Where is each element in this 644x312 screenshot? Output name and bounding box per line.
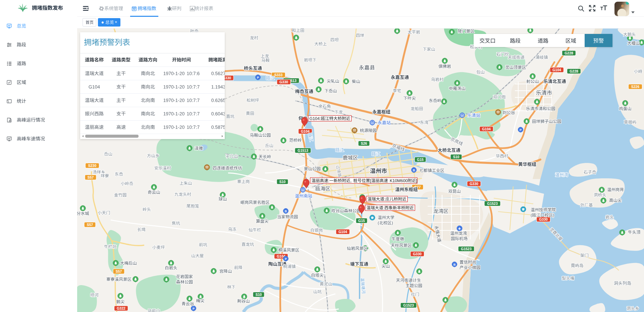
svg-text:G15: G15 [358,219,365,223]
svg-text:G228: G228 [570,69,578,73]
svg-text:B: B [285,210,287,213]
svg-text:S10: S10 [453,155,460,159]
svg-text:G1513: G1513 [298,148,308,152]
svg-text:G330: G330 [413,252,422,256]
svg-text:S333: S333 [274,73,283,77]
svg-text:B: B [453,263,456,266]
svg-text:G330: G330 [539,217,548,221]
svg-text:G330: G330 [470,182,478,186]
svg-text:S226: S226 [631,85,640,89]
svg-text:P: P [193,307,195,310]
svg-text:S10: S10 [279,180,286,184]
svg-text:B: B [413,169,415,172]
svg-text:G1523: G1523 [487,202,498,206]
svg-text:G1523: G1523 [403,303,414,307]
svg-text:G104: G104 [338,230,347,234]
svg-text:S57: S57 [87,223,93,227]
svg-text:G104: G104 [301,129,310,133]
svg-text:G322: G322 [117,306,125,310]
svg-text:S57: S57 [88,175,94,179]
svg-text:P: P [520,128,522,132]
svg-text:P: P [257,76,259,79]
svg-text:S26: S26 [361,141,367,145]
svg-text:G228: G228 [565,51,573,55]
svg-text:P: P [285,257,287,261]
svg-text:S10: S10 [256,293,262,297]
svg-text:S57: S57 [116,269,122,273]
svg-text:G330: G330 [279,80,288,84]
svg-text:G1523: G1523 [461,247,472,251]
svg-text:G15: G15 [417,158,424,162]
svg-text:G104: G104 [482,127,491,131]
svg-text:G104: G104 [552,68,561,72]
svg-text:S230: S230 [88,164,97,168]
